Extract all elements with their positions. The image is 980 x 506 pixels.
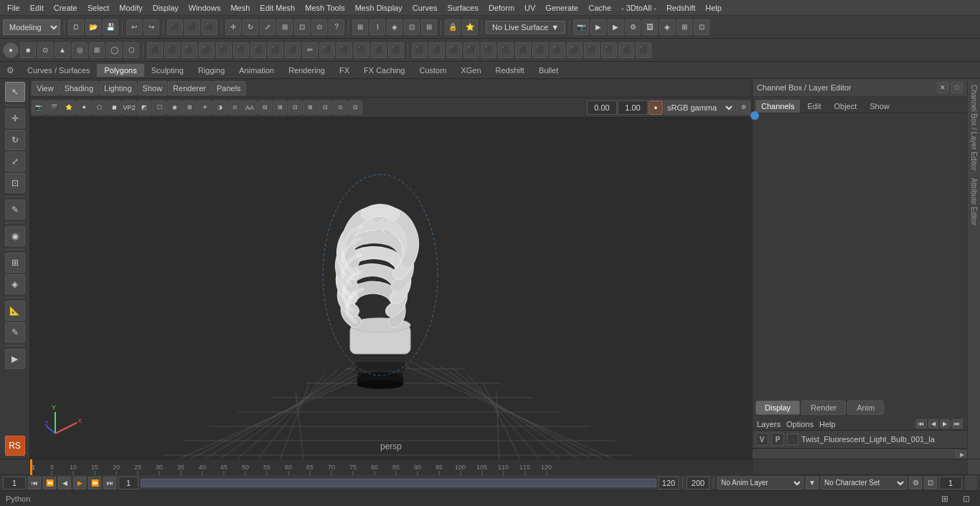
step-forward-btn[interactable]: ⏩ [88, 477, 101, 489]
vp-value1-input[interactable] [587, 100, 617, 115]
annotate-btn[interactable]: ✎ [5, 322, 25, 342]
anim-layer-select[interactable]: No Anim Layer [717, 477, 804, 489]
layers-nav-forward[interactable]: ▶ [940, 419, 950, 428]
snap-curve-btn[interactable]: ⌇ [369, 19, 385, 35]
menu-cache[interactable]: Cache [584, 2, 616, 14]
layers-menu-options[interactable]: Options [786, 420, 814, 428]
display-layer-btn[interactable]: ◈ [5, 274, 25, 294]
vp-gate-mask-btn[interactable]: ⊡ [288, 100, 302, 115]
plane-btn[interactable]: ⊞ [89, 42, 105, 58]
vp-value2-input[interactable] [618, 100, 648, 115]
viewport-3d[interactable]: persp X Y Z [30, 118, 752, 459]
retopo-btn[interactable]: ⬛ [567, 42, 583, 58]
panel-float-btn[interactable]: □ [951, 82, 963, 93]
tab-redshift[interactable]: Redshift [489, 64, 532, 77]
time-ticks-area[interactable]: 1 5 10 15 20 25 30 35 40 45 50 [30, 459, 752, 475]
menu-create[interactable]: Create [50, 2, 82, 14]
layer-visibility-btn[interactable]: V [755, 433, 768, 446]
show-manip-btn[interactable]: ⊙ [311, 19, 327, 35]
extra-btn[interactable]: ⊡ [694, 19, 710, 35]
vp-menu-show-btn[interactable]: Show [138, 81, 168, 95]
range-start-input[interactable]: 1 [118, 477, 138, 489]
vp-menu-view-btn[interactable]: View [32, 81, 59, 95]
tab-curves-surfaces[interactable]: Curves / Surfaces [20, 64, 97, 77]
cb-tab-edit[interactable]: Edit [801, 100, 826, 113]
status-icon-2[interactable]: ⊡ [958, 491, 974, 507]
boolean-btn[interactable]: ⬛ [429, 42, 445, 58]
reduce-btn[interactable]: ⬛ [532, 42, 548, 58]
sculpt-left-btn[interactable]: ✎ [5, 200, 25, 220]
settings-icon[interactable]: ⚙ [3, 63, 17, 78]
no-live-surface-btn[interactable]: No Live Surface ▼ [486, 21, 565, 34]
tab-rendering[interactable]: Rendering [281, 64, 332, 77]
snap-point-btn[interactable]: ◈ [387, 19, 402, 35]
menu-edit-mesh[interactable]: Edit Mesh [255, 2, 299, 14]
vp-hud-btn[interactable]: ⊟ [258, 100, 272, 115]
timeline-range-bar[interactable] [141, 479, 656, 487]
paint-weights-btn[interactable]: ⬛ [636, 42, 651, 58]
panel-close-btn[interactable]: ✕ [937, 82, 948, 93]
vp-shaded-btn[interactable]: ◼ [107, 100, 121, 115]
anim-layer-options-btn[interactable]: ▼ [806, 477, 819, 489]
layers-menu-help[interactable]: Help [819, 420, 836, 428]
snap-view-btn[interactable]: ⊡ [404, 19, 420, 35]
hypershade-btn[interactable]: ◈ [659, 19, 675, 35]
soft-mod-btn[interactable]: ⊡ [294, 19, 310, 35]
layers-nav-forward-forward[interactable]: ⏭ [951, 419, 963, 428]
color-space-select[interactable]: sRGB gamma [664, 100, 735, 115]
menu-redshift[interactable]: Redshift [662, 2, 699, 14]
poke-btn[interactable]: ⬛ [233, 42, 249, 58]
rotate-tool-left-btn[interactable]: ↻ [5, 130, 25, 150]
dr-tab-anim[interactable]: Anim [847, 400, 884, 415]
menu-3dtoall[interactable]: - 3DtoAll - [617, 2, 661, 14]
universal-manip-btn[interactable]: ⊞ [277, 19, 293, 35]
color-space-icon[interactable]: ● [649, 100, 663, 115]
select-tool-btn[interactable]: ↖ [5, 82, 25, 102]
remesh-btn[interactable]: ⬛ [550, 42, 565, 58]
menu-mesh-tools[interactable]: Mesh Tools [301, 2, 349, 14]
cone-btn[interactable]: ▲ [55, 42, 70, 58]
menu-mesh-display[interactable]: Mesh Display [351, 2, 407, 14]
right-edge-channelbox[interactable]: Channel Box / Layer Editor [969, 82, 979, 174]
go-to-end-btn[interactable]: ⏭ [103, 477, 116, 489]
separate-btn[interactable]: ⬛ [463, 42, 479, 58]
vp-film-btn[interactable]: 🎬 [47, 100, 61, 115]
extrude-btn[interactable]: ⬛ [147, 42, 163, 58]
layer-color-swatch[interactable] [787, 434, 798, 445]
save-scene-btn[interactable]: 💾 [103, 19, 118, 35]
menu-mesh[interactable]: Mesh [226, 2, 254, 14]
render-setup-btn[interactable]: ⊞ [677, 19, 692, 35]
rotate-tool-btn[interactable]: ↻ [242, 19, 258, 35]
snap-grid-btn[interactable]: ⊞ [352, 19, 368, 35]
tab-fx-caching[interactable]: FX Caching [357, 64, 412, 77]
multi-cut-btn[interactable]: ⬛ [371, 42, 387, 58]
menu-display[interactable]: Display [149, 2, 183, 14]
tab-xgen[interactable]: XGen [453, 64, 488, 77]
mirror-btn[interactable]: ⬛ [412, 42, 428, 58]
highlight-btn[interactable]: ⭐ [462, 19, 478, 35]
menu-curves[interactable]: Curves [408, 2, 442, 14]
detach-btn[interactable]: ⬛ [285, 42, 301, 58]
current-frame-right[interactable]: 1 [939, 477, 962, 489]
target-weld-btn[interactable]: ⬛ [388, 42, 404, 58]
menu-edit[interactable]: Edit [26, 2, 48, 14]
play-back-btn[interactable]: ◀ [58, 477, 71, 489]
open-scene-btn[interactable]: 📂 [85, 19, 101, 35]
tab-custom[interactable]: Custom [413, 64, 454, 77]
fill-hole-btn[interactable]: ⬛ [199, 42, 215, 58]
scale-tool-left-btn[interactable]: ⤢ [5, 151, 25, 172]
last-tool-btn[interactable]: ? [329, 19, 344, 35]
vp-material-override-btn[interactable]: ◉ [167, 100, 182, 115]
split-poly-btn[interactable]: ✏ [302, 42, 318, 58]
scrollbar-thumb[interactable] [753, 449, 967, 459]
cleanup-btn[interactable]: ⬛ [584, 42, 600, 58]
tab-sculpting[interactable]: Sculpting [144, 64, 191, 77]
render-settings-btn[interactable]: ⚙ [625, 19, 641, 35]
vp-film-gate-btn[interactable]: ⊞ [303, 100, 317, 115]
menu-deform[interactable]: Deform [484, 2, 519, 14]
char-set-options-btn[interactable]: ⚙ [909, 477, 922, 489]
lock-btn[interactable]: 🔒 [445, 19, 461, 35]
bevel-btn[interactable]: ⬛ [354, 42, 369, 58]
lasso-select-btn[interactable]: ⬛ [202, 19, 217, 35]
vp-menu-panels-btn[interactable]: Panels [212, 81, 246, 95]
